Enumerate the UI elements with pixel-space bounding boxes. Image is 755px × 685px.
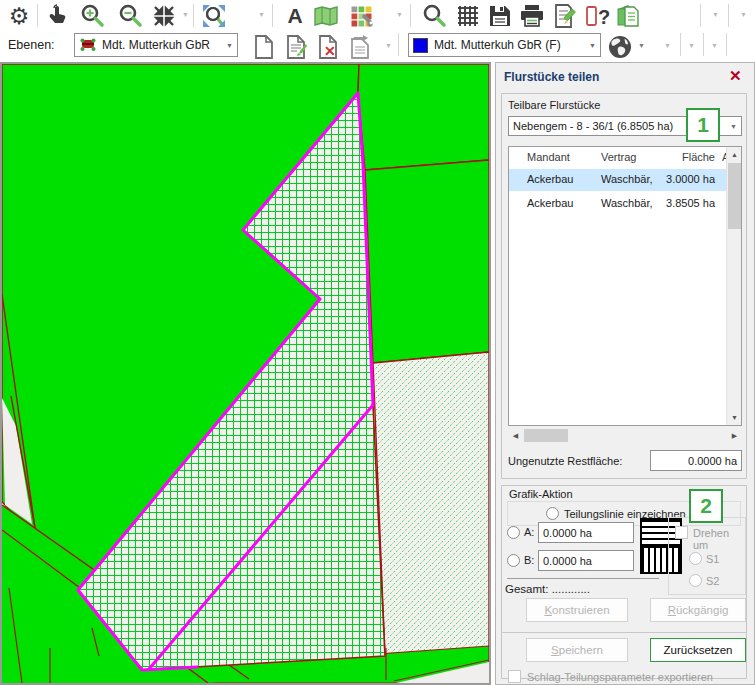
rest-label: Ungenutzte Restfläche: <box>508 455 622 467</box>
search-icon[interactable] <box>421 2 449 30</box>
gesamt-label: Gesamt: ............ <box>505 583 590 595</box>
chevron-down-icon[interactable]: ▼ <box>385 42 392 49</box>
scroll-up-icon[interactable]: ▲ <box>727 147 742 162</box>
separator <box>502 632 746 633</box>
parcel-right[interactable] <box>365 160 489 363</box>
input-b[interactable]: 0.0000 ha <box>538 550 634 571</box>
btn-text: peichern <box>559 644 603 656</box>
input-b-value: 0.0000 ha <box>543 555 592 567</box>
radio-b[interactable] <box>507 554 520 567</box>
help-icon[interactable]: ? <box>584 2 612 30</box>
layers-copy-icon[interactable] <box>615 2 643 30</box>
teilungslinie-radio[interactable] <box>546 507 559 520</box>
horizontal-scrollbar[interactable]: ◀ ▶ <box>508 428 742 443</box>
globe-icon[interactable] <box>606 33 634 61</box>
gear-icon[interactable]: ⚙ <box>5 2 33 30</box>
rueckgaengig-button[interactable]: Rückgängig <box>650 598 746 622</box>
layer-combo-2[interactable]: Mdt. Mutterkuh GbR (F) ▼ <box>408 33 601 57</box>
theme-grid-icon[interactable] <box>347 2 375 30</box>
save-icon[interactable] <box>486 2 514 30</box>
speichern-button[interactable]: Speichern <box>526 638 628 662</box>
chevron-down-icon[interactable]: ▼ <box>258 11 265 18</box>
export-checkbox[interactable] <box>508 670 521 683</box>
separator <box>410 4 411 27</box>
vertical-scrollbar[interactable]: ▲ ▼ <box>726 147 741 425</box>
konstruieren-button[interactable]: Konstruieren <box>526 598 628 622</box>
print-icon[interactable] <box>518 2 546 30</box>
scrollbar-thumb[interactable] <box>728 163 741 229</box>
radio-s1[interactable] <box>689 552 702 565</box>
btn-text: Zurücksetzen <box>663 644 732 656</box>
zoom-out-icon[interactable] <box>117 2 145 30</box>
cell-flaeche: 3.8505 ha <box>657 197 715 209</box>
new-document-icon[interactable] <box>250 33 278 61</box>
edit-document-icon[interactable] <box>282 33 310 61</box>
grid-icon[interactable] <box>454 2 482 30</box>
scrollbar-thumb[interactable] <box>524 429 568 442</box>
parcel-diagonal-hatch[interactable] <box>373 352 489 656</box>
radio-s2[interactable] <box>689 574 702 587</box>
text-label-icon[interactable]: A <box>281 2 309 30</box>
annotation-badge-1: 1 <box>686 108 720 142</box>
chevron-down-icon[interactable]: ▼ <box>688 42 695 49</box>
import-document-icon[interactable] <box>346 33 374 61</box>
report-edit-icon[interactable] <box>551 2 579 30</box>
zoom-extent-icon[interactable] <box>200 2 228 30</box>
separator <box>700 4 701 27</box>
separator <box>272 4 273 27</box>
btn-text: onstruieren <box>552 604 610 616</box>
delete-document-icon[interactable]: ✕ <box>314 33 342 61</box>
close-icon[interactable]: ✕ <box>729 67 742 85</box>
scroll-down-icon[interactable]: ▼ <box>727 410 742 425</box>
chevron-down-icon[interactable]: ▼ <box>664 42 671 49</box>
parcel-map <box>2 64 489 683</box>
parcel-top-right[interactable] <box>358 64 489 170</box>
table-row[interactable]: Ackerbau Waschbär, 3.8505 ha <box>509 193 726 215</box>
cell-vertrag: Waschbär, <box>601 197 653 209</box>
chevron-down-icon: ▼ <box>589 42 596 49</box>
chevron-down-icon: ▼ <box>226 42 233 49</box>
layer-combo-1-value: Mdt. Mutterkuh GbR <box>102 38 222 52</box>
btn-text: R <box>668 604 676 616</box>
drehen-checkbox[interactable] <box>675 526 688 539</box>
table-row[interactable]: Ackerbau Waschbär, 3.0000 ha <box>509 169 726 191</box>
cell-mandant: Ackerbau <box>527 197 573 209</box>
toolbar-row-2: Ebenen: Mdt. Mutterkuh GbR ▼ ✕ ▼ Mdt. Mu… <box>0 30 755 60</box>
separator <box>507 578 659 579</box>
zoom-fit-icon[interactable] <box>150 2 178 30</box>
chevron-down-icon[interactable]: ▼ <box>638 42 645 49</box>
hand-select-icon[interactable] <box>44 2 72 30</box>
input-a[interactable]: 0.0000 ha <box>538 522 634 543</box>
layer-combo-1[interactable]: Mdt. Mutterkuh GbR ▼ <box>74 33 238 57</box>
toolbar-row-1: ⚙ ▼ ▼ A <box>0 0 755 32</box>
btn-text: S <box>551 644 559 656</box>
col-vertrag[interactable]: Vertrag <box>601 151 636 163</box>
col-flaeche[interactable]: Fläche <box>659 151 715 163</box>
drehen-um-group: Drehen um S1 S2 <box>668 517 746 595</box>
separator <box>703 33 704 56</box>
separator <box>680 33 681 56</box>
zuruecksetzen-button[interactable]: Zurücksetzen <box>650 638 746 662</box>
chevron-down-icon[interactable]: ▼ <box>712 11 719 18</box>
separator <box>37 4 38 27</box>
label-b: B: <box>524 554 534 566</box>
cell-vertrag: Waschbär, <box>601 173 653 185</box>
radio-a[interactable] <box>507 526 520 539</box>
flurstueck-table[interactable]: Mandant Vertrag Fläche A Ackerbau Waschb… <box>508 146 742 426</box>
zoom-in-icon[interactable] <box>79 2 107 30</box>
col-mandant[interactable]: Mandant <box>527 151 570 163</box>
chevron-down-icon[interactable]: ▼ <box>711 42 718 49</box>
separator <box>398 33 399 56</box>
separator <box>728 4 729 27</box>
map-canvas[interactable] <box>0 62 491 685</box>
chevron-down-icon[interactable]: ▼ <box>182 11 189 18</box>
svg-text:✕: ✕ <box>324 43 336 59</box>
chevron-down-icon[interactable]: ▼ <box>396 11 403 18</box>
cell-flaeche: 3.0000 ha <box>657 173 715 185</box>
scroll-right-icon[interactable]: ▶ <box>727 428 742 443</box>
chevron-down-icon: ▼ <box>730 123 737 130</box>
map-icon[interactable] <box>312 2 340 30</box>
export-label: Schlag-Teilungsparameter exportieren <box>527 671 713 683</box>
chevron-down-icon[interactable]: ▼ <box>740 11 747 18</box>
scroll-left-icon[interactable]: ◀ <box>508 428 523 443</box>
